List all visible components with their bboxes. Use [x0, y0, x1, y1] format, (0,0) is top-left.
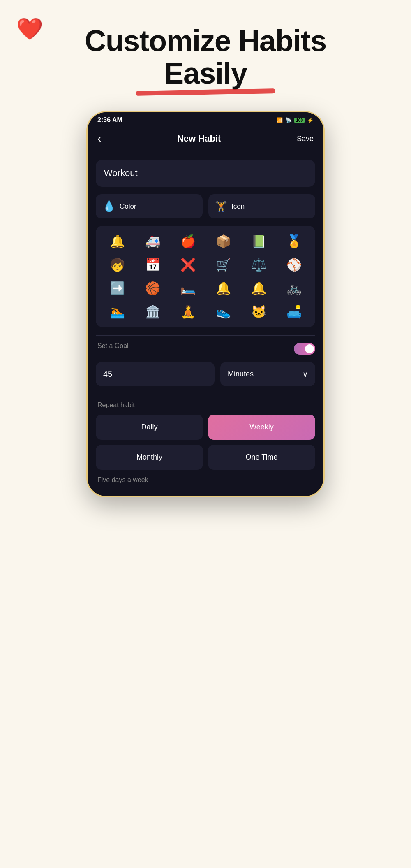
- grid-icon-calendar[interactable]: 📅: [138, 256, 167, 274]
- status-bar: 2:36 AM 📶 📡 100 ⚡: [88, 112, 323, 126]
- grid-icon-bell-pink[interactable]: 🔔: [208, 279, 238, 297]
- grid-icon-box[interactable]: 📦: [208, 232, 238, 250]
- goal-toggle[interactable]: [294, 343, 315, 355]
- toggle-knob: [305, 344, 314, 353]
- repeat-weekly-button[interactable]: Weekly: [208, 415, 315, 440]
- color-icon-row: 💧 Color 🏋️ Icon: [96, 194, 315, 218]
- goal-unit-label: Minutes: [228, 370, 254, 378]
- divider-1: [96, 335, 315, 336]
- main-title: Customize Habits Easily: [16, 21, 395, 90]
- grid-icon-ambulance[interactable]: 🚑: [138, 232, 167, 250]
- nav-bar: ‹ New Habit Save: [88, 126, 323, 151]
- grid-icon-tree[interactable]: 🔔: [102, 232, 132, 250]
- page-wrapper: ❤️ Customize Habits Easily 2:36 AM 📶 📡 1…: [0, 8, 411, 868]
- grid-icon-boot[interactable]: 👟: [208, 303, 238, 320]
- goal-unit-select[interactable]: Minutes ∨: [220, 362, 315, 386]
- chevron-down-icon: ∨: [302, 370, 308, 379]
- status-time: 2:36 AM: [97, 116, 122, 124]
- grid-icon-arrow[interactable]: ➡️: [102, 279, 132, 297]
- grid-icon-couch[interactable]: 🛋️: [279, 303, 309, 320]
- repeat-section: Repeat habit Daily Weekly Monthly One Ti…: [96, 402, 315, 484]
- nav-title: New Habit: [177, 133, 221, 144]
- grid-icon-swim[interactable]: 🏊: [102, 303, 132, 320]
- grid-icon-bell-blue[interactable]: 🔔: [244, 279, 273, 297]
- grid-icon-bed[interactable]: 🛏️: [173, 279, 203, 297]
- set-goal-label: Set a Goal: [96, 342, 130, 350]
- color-drop-icon: 💧: [102, 200, 115, 213]
- heart-icon: ❤️: [16, 16, 43, 42]
- color-button[interactable]: 💧 Color: [96, 194, 203, 218]
- save-button[interactable]: Save: [297, 135, 314, 143]
- grid-icon-temple[interactable]: 🏛️: [138, 303, 167, 320]
- habit-name-input[interactable]: [96, 160, 315, 187]
- workout-icon: 🏋️: [215, 201, 227, 212]
- phone-content: 💧 Color 🏋️ Icon 🔔 🚑 🍎 📦 📗 🏅 🧒: [88, 151, 323, 496]
- grid-icon-bike[interactable]: 🚲: [279, 279, 309, 297]
- repeat-daily-button[interactable]: Daily: [96, 415, 203, 440]
- battery-icon: 100: [294, 118, 305, 123]
- grid-icon-cat[interactable]: 🐱: [244, 303, 273, 320]
- frequency-label: Five days a week: [96, 476, 315, 484]
- status-icons: 📶 📡 100 ⚡: [276, 117, 314, 123]
- icon-label: Icon: [231, 202, 245, 211]
- grid-icon-scale[interactable]: ⚖️: [244, 256, 273, 274]
- divider-2: [96, 395, 315, 395]
- back-button[interactable]: ‹: [97, 132, 101, 145]
- header-section: ❤️ Customize Habits Easily: [0, 8, 411, 107]
- color-label: Color: [120, 202, 136, 211]
- goal-row: Set a Goal: [96, 342, 315, 355]
- repeat-grid: Daily Weekly Monthly One Time: [96, 415, 315, 470]
- wifi-icon: 📡: [285, 117, 292, 123]
- grid-icon-book[interactable]: 📗: [244, 232, 273, 250]
- icon-button[interactable]: 🏋️ Icon: [208, 194, 315, 218]
- signal-icon: 📶: [276, 117, 283, 123]
- grid-icon-baseball[interactable]: ⚾: [279, 256, 309, 274]
- grid-icon-cart[interactable]: 🛒: [208, 256, 238, 274]
- grid-icon-basketball[interactable]: 🏀: [138, 279, 167, 297]
- repeat-onetime-button[interactable]: One Time: [208, 445, 315, 470]
- repeat-monthly-button[interactable]: Monthly: [96, 445, 203, 470]
- grid-icon-cancel[interactable]: ❌: [173, 256, 203, 274]
- icon-grid: 🔔 🚑 🍎 📦 📗 🏅 🧒 📅 ❌ 🛒 ⚖️ ⚾ ➡️ 🏀 🛏️ 🔔 🔔: [96, 226, 315, 327]
- grid-icon-yoga[interactable]: 🧘: [173, 303, 203, 320]
- goal-number-input[interactable]: [96, 362, 215, 386]
- grid-icon-medal[interactable]: 🏅: [279, 232, 309, 250]
- battery-lightning: ⚡: [307, 117, 314, 123]
- goal-inputs: Minutes ∨: [96, 362, 315, 386]
- grid-icon-apple[interactable]: 🍎: [173, 232, 203, 250]
- grid-icon-baby[interactable]: 🧒: [102, 256, 132, 274]
- phone-frame: 2:36 AM 📶 📡 100 ⚡ ‹ New Habit Save 💧 Col…: [86, 111, 325, 497]
- repeat-label: Repeat habit: [96, 402, 315, 409]
